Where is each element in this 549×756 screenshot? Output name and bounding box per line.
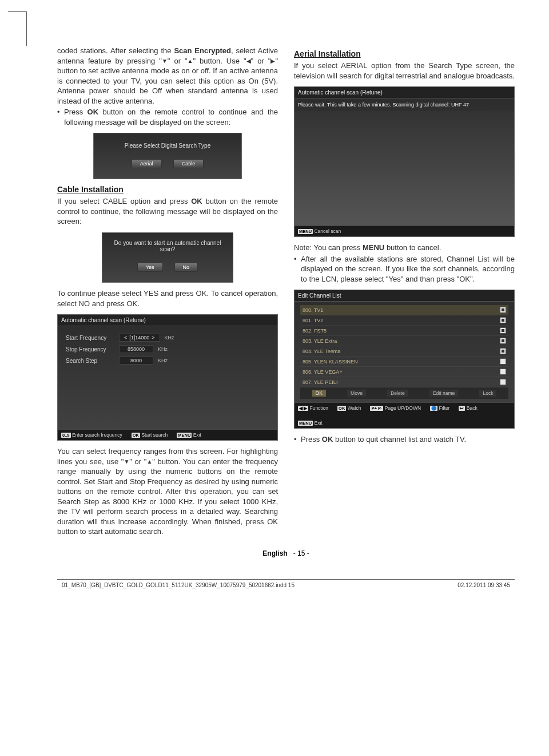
bold-menu: MENU bbox=[363, 243, 384, 252]
tv-icon bbox=[500, 317, 506, 323]
text-span: " or " bbox=[251, 57, 271, 65]
action-delete[interactable]: Delete bbox=[387, 390, 408, 397]
key-hint: ◀ ▶ bbox=[298, 406, 308, 411]
down-arrow-icon: ▼ bbox=[124, 458, 129, 466]
paragraph-quit: Press OK button to quit channel list and… bbox=[294, 434, 515, 445]
heading-aerial: Aerial Installation bbox=[294, 49, 515, 58]
text-span: Note: You can press bbox=[294, 243, 363, 252]
hint-text: Watch bbox=[348, 405, 361, 411]
text-span: coded stations. After selecting the bbox=[57, 46, 174, 55]
unit: KHz bbox=[158, 358, 168, 363]
start-freq-value[interactable]: <[1]14000> bbox=[119, 334, 160, 342]
row-start-freq[interactable]: Start Frequency <[1]14000> KHz bbox=[66, 332, 269, 343]
hint-bar: MENU Cancel scan bbox=[295, 225, 514, 236]
scan-title: Automatic channel scan (Retune) bbox=[295, 87, 514, 98]
list-item[interactable]: 805. YLEN KLASSINEN bbox=[300, 357, 508, 367]
ui-retune-form: Automatic channel scan (Retune) Start Fr… bbox=[57, 314, 278, 441]
two-column-layout: coded stations. After selecting the Scan… bbox=[57, 46, 515, 543]
action-editname[interactable]: Edit name bbox=[429, 390, 458, 397]
unit: KHz bbox=[165, 335, 174, 341]
label: Start Frequency bbox=[66, 335, 114, 341]
paragraph-ok-continue: Press OK button on the remote control to… bbox=[57, 107, 278, 127]
paragraph-cable: If you select CABLE option and press OK … bbox=[57, 196, 278, 227]
hint-text: Exit bbox=[193, 432, 201, 438]
list-title: Edit Channel List bbox=[295, 290, 514, 302]
text-span: If you select CABLE option and press bbox=[57, 197, 191, 205]
bold-scan-encrypted: Scan Encrypted bbox=[174, 46, 231, 55]
radio-icon bbox=[500, 369, 506, 375]
text-span: " button. Use " bbox=[193, 57, 246, 65]
label: Stop Frequency bbox=[66, 346, 114, 353]
search-step-value[interactable]: 8000 bbox=[119, 357, 153, 365]
text-span: button to quit channel list and watch TV… bbox=[333, 435, 466, 444]
tv-icon bbox=[500, 348, 506, 354]
no-button[interactable]: No bbox=[174, 263, 198, 272]
paragraph-note: Note: You can press MENU button to cance… bbox=[294, 243, 515, 253]
channel-label: 803. YLE Extra bbox=[303, 338, 337, 344]
hint-text: Exit bbox=[314, 420, 322, 426]
aerial-button[interactable]: Aerial bbox=[132, 159, 162, 168]
channel-label: 804. YLE Teema bbox=[303, 349, 340, 354]
row-stop-freq[interactable]: Stop Frequency 858000 KHz bbox=[66, 343, 269, 355]
hint-bar: 0..9 Enter search frequency OK Start sea… bbox=[58, 429, 277, 440]
channel-label: 802. FST5 bbox=[303, 328, 327, 334]
dialog-question: Do you want to start an automatic channe… bbox=[110, 239, 225, 258]
list-item[interactable]: 800. TV1 bbox=[300, 305, 508, 315]
hint-text: Filter bbox=[439, 405, 450, 411]
cable-button[interactable]: Cable bbox=[173, 159, 204, 168]
bold-ok: OK bbox=[87, 108, 99, 116]
page-footer: English - 15 - bbox=[57, 543, 515, 573]
list-item[interactable]: 801. TV2 bbox=[300, 315, 508, 326]
action-move[interactable]: Move bbox=[347, 390, 366, 397]
key-hint: OK bbox=[132, 433, 140, 438]
row-search-step[interactable]: Search Step 8000 KHz bbox=[66, 355, 269, 366]
list-item[interactable]: 807. YLE PEILI bbox=[300, 377, 508, 387]
channel-label: 801. TV2 bbox=[303, 318, 323, 323]
action-ok[interactable]: OK bbox=[312, 390, 326, 397]
key-hint: MENU bbox=[298, 229, 313, 234]
key-hint: 0..9 bbox=[61, 433, 71, 438]
label: Search Step bbox=[66, 358, 114, 364]
bold-ok: OK bbox=[322, 435, 333, 444]
paragraph-frequency: You can select frequency ranges from thi… bbox=[57, 446, 278, 537]
stop-freq-value[interactable]: 858000 bbox=[119, 345, 153, 353]
unit: KHz bbox=[158, 346, 168, 352]
channel-label: 800. TV1 bbox=[303, 307, 323, 313]
list-item[interactable]: 804. YLE Teema bbox=[300, 346, 508, 357]
paragraph-intro: coded stations. After selecting the Scan… bbox=[57, 46, 278, 106]
ui-channel-list: Edit Channel List 800. TV1 801. TV2 802.… bbox=[294, 290, 515, 429]
tv-icon bbox=[500, 338, 506, 344]
hint-text: Function bbox=[309, 405, 328, 411]
left-column: coded stations. After selecting the Scan… bbox=[57, 46, 278, 543]
channel-label: 807. YLE PEILI bbox=[303, 379, 337, 385]
paragraph-aerial: If you select AERIAL option from the Sea… bbox=[294, 61, 515, 81]
key-hint: ↩ bbox=[459, 406, 465, 411]
paragraph-continue: To continue please select YES and press … bbox=[57, 288, 278, 308]
up-arrow-icon: ▲ bbox=[188, 57, 193, 65]
channel-label: 806. YLE VEGA+ bbox=[303, 369, 343, 375]
scan-wait-text: Please wait. This will take a few minute… bbox=[295, 98, 514, 111]
ui-scan-progress: Automatic channel scan (Retune) Please w… bbox=[294, 86, 515, 237]
list-item[interactable]: 806. YLE VEGA+ bbox=[300, 367, 508, 377]
bold-ok: OK bbox=[191, 197, 202, 205]
right-arrow-icon: ▶ bbox=[270, 57, 275, 65]
hint-text: Cancel scan bbox=[314, 228, 341, 234]
text-span: " button. You can enter the frequency ra… bbox=[57, 457, 278, 536]
crop-mark-side bbox=[26, 11, 27, 46]
key-hint: OK bbox=[337, 406, 346, 411]
yes-button[interactable]: Yes bbox=[137, 263, 163, 272]
key-hint: MENU bbox=[298, 421, 313, 426]
action-lock[interactable]: Lock bbox=[479, 390, 496, 397]
ui-search-type-dialog: Please Select Digital Search Type Aerial… bbox=[93, 133, 242, 179]
text-span: button to cancel. bbox=[384, 243, 441, 252]
footer-page-number: - 15 - bbox=[293, 549, 309, 557]
key-hint: MENU bbox=[177, 433, 192, 438]
heading-cable: Cable Installation bbox=[57, 185, 278, 194]
list-item[interactable]: 802. FST5 bbox=[300, 326, 508, 336]
text-span: " or " bbox=[168, 57, 188, 65]
list-item[interactable]: 803. YLE Extra bbox=[300, 336, 508, 346]
slug-timestamp: 02.12.2011 09:33:45 bbox=[458, 582, 510, 588]
crop-mark-top bbox=[8, 11, 26, 12]
indesign-slug: 01_MB70_[GB]_DVBTC_GOLD_GOLD11_5112UK_32… bbox=[57, 580, 515, 591]
form-title: Automatic channel scan (Retune) bbox=[58, 315, 277, 326]
